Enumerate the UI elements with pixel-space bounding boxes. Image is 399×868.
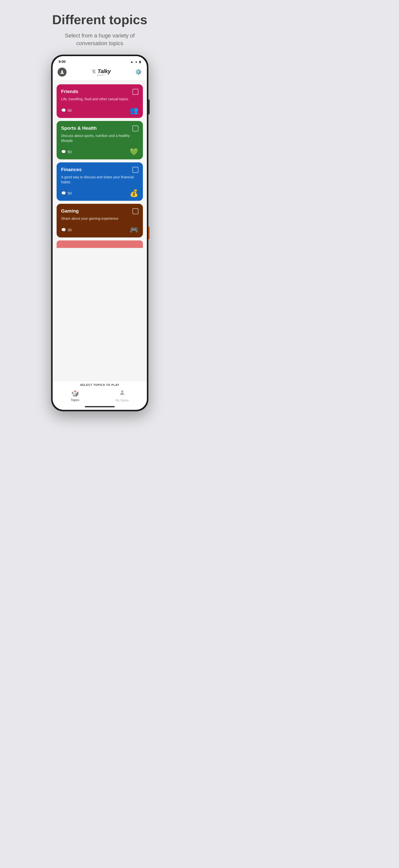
- logo-subtitle: games: [97, 74, 105, 76]
- wifi-icon: ▲: [130, 60, 133, 64]
- page-title: Different topics: [52, 12, 147, 27]
- topic-emoji-finances: 💰: [130, 189, 139, 197]
- page-subtitle: Select from a huge variety of conversati…: [52, 32, 147, 48]
- myspace-tab-label: My Space: [116, 399, 129, 402]
- status-bar: 9:00 ▲ ▲ ▮: [53, 56, 147, 65]
- count-icon-friends: 🗨️: [61, 108, 66, 113]
- topic-title-friends: Friends: [61, 89, 78, 94]
- logo-cards-icon: 🃏: [91, 68, 97, 74]
- nav-tab-myspace[interactable]: My Space: [116, 389, 129, 402]
- home-indicator: [85, 406, 115, 407]
- topic-desc-friends: Life, travelling, food and other casual …: [61, 97, 139, 102]
- topic-card-gaming[interactable]: Gaming Share about your gaming experienc…: [57, 204, 143, 238]
- topic-emoji-gaming: 🎮: [130, 226, 139, 234]
- svg-point-1: [121, 391, 123, 393]
- svg-point-0: [61, 70, 63, 72]
- signal-icon: ▲: [135, 60, 137, 63]
- topic-desc-gaming: Share about your gaming experience: [61, 216, 139, 221]
- topics-list: Friends Life, travelling, food and other…: [53, 80, 147, 381]
- cta-label[interactable]: SELECT TOPICS TO PLAY: [53, 381, 147, 388]
- topic-desc-finances: A good way to discuss and share your fin…: [61, 175, 139, 185]
- topic-count-friends: 🗨️ 50: [61, 108, 72, 113]
- topics-tab-icon: 🎲: [71, 390, 79, 397]
- topic-count-finances: 🗨️ 50: [61, 191, 72, 195]
- topic-emoji-sports: 💚: [130, 148, 139, 156]
- topic-card-partial: [57, 241, 143, 248]
- phone-screen: 9:00 ▲ ▲ ▮ 🃏 Talky games: [53, 56, 147, 410]
- page-header: Different topics Select from a huge vari…: [42, 12, 157, 47]
- topic-title-finances: Finances: [61, 167, 82, 172]
- topic-card-friends[interactable]: Friends Life, travelling, food and other…: [57, 84, 143, 118]
- settings-icon[interactable]: ⚙️: [135, 69, 142, 75]
- checkbox-sports[interactable]: [132, 125, 139, 131]
- count-icon-gaming: 🗨️: [61, 227, 66, 232]
- phone-mockup: 9:00 ▲ ▲ ▮ 🃏 Talky games: [51, 55, 148, 411]
- app-logo: 🃏 Talky games: [91, 68, 111, 76]
- myspace-tab-icon: [119, 389, 125, 398]
- checkbox-friends[interactable]: [132, 89, 139, 95]
- topic-count-sports: 🗨️ 50: [61, 149, 72, 154]
- status-time: 9:00: [59, 60, 66, 64]
- topic-count-gaming: 🗨️ 30: [61, 227, 72, 232]
- checkbox-gaming[interactable]: [132, 208, 139, 214]
- count-icon-sports: 🗨️: [61, 149, 66, 154]
- topic-emoji-friends: 👥: [130, 106, 139, 115]
- topic-title-sports: Sports & Health: [61, 125, 97, 131]
- bottom-nav-tabs: 🎲 Topics My Space: [53, 388, 147, 405]
- power-button: [148, 227, 150, 239]
- count-icon-finances: 🗨️: [61, 191, 66, 195]
- topics-tab-label: Topics: [71, 398, 79, 402]
- checkbox-finances[interactable]: [132, 167, 139, 173]
- topic-title-gaming: Gaming: [61, 208, 79, 214]
- battery-icon: ▮: [139, 60, 141, 64]
- status-icons: ▲ ▲ ▮: [130, 60, 141, 64]
- topic-desc-sports: Discuss about sports, nutrition and a he…: [61, 133, 139, 143]
- app-header: 🃏 Talky games ⚙️: [53, 65, 147, 80]
- bottom-navigation: SELECT TOPICS TO PLAY 🎲 Topics My Space: [53, 381, 147, 410]
- profile-avatar[interactable]: [58, 68, 67, 76]
- topic-card-sports[interactable]: Sports & Health Discuss about sports, nu…: [57, 121, 143, 159]
- nav-tab-topics[interactable]: 🎲 Topics: [71, 390, 79, 402]
- topic-card-finances[interactable]: Finances A good way to discuss and share…: [57, 162, 143, 201]
